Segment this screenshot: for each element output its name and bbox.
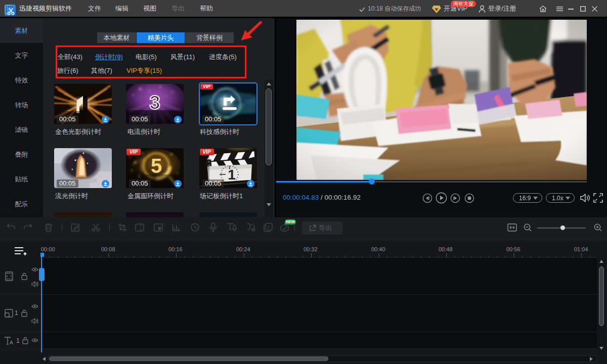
svg-text:T: T [267,225,270,230]
svg-text:5: 5 [151,155,162,177]
svg-text:3: 3 [149,92,160,113]
svg-text:1: 1 [228,167,236,183]
